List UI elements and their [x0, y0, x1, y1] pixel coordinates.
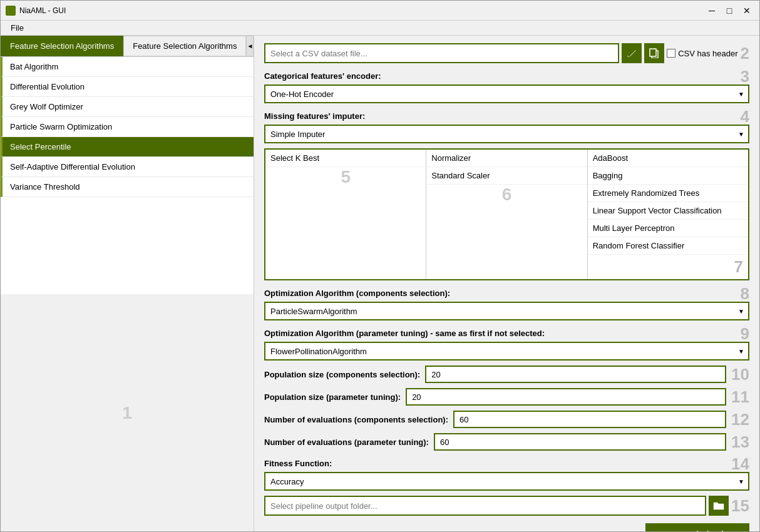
- normalization-listbox[interactable]: Normalizer Standard Scaler 6: [426, 150, 587, 279]
- number-badge-13: 13: [731, 434, 749, 450]
- left-panel-number: 1: [1, 294, 254, 531]
- tab-feature-selection-2[interactable]: Feature Selection Algorithms: [123, 36, 246, 56]
- feature-selection-listbox[interactable]: Select K Best 5: [265, 150, 426, 279]
- start-section: Start optimization: [264, 521, 749, 531]
- listboxes-row: Select K Best 5 Normalizer Standard Scal…: [264, 148, 749, 280]
- minimize-button[interactable]: ─: [704, 3, 719, 18]
- csv-header-checkbox[interactable]: [667, 49, 675, 58]
- tab-bar: Feature Selection Algorithms Feature Sel…: [1, 36, 254, 57]
- list-item-linear-svc[interactable]: Linear Support Vector Classification: [588, 202, 748, 220]
- opt-tuning-section: Optimization Algorithm (parameter tuning…: [264, 325, 749, 361]
- classifier-listbox[interactable]: AdaBoost Bagging Extremely Randomized Tr…: [588, 150, 748, 279]
- categorical-encoder-dropdown[interactable]: One-Hot Encoder: [264, 84, 749, 103]
- title-bar: NiaAML - GUI ─ □ ✕: [1, 1, 759, 21]
- copy-icon: [649, 48, 659, 58]
- svg-rect-1: [650, 49, 656, 56]
- eval-tuning-input[interactable]: [434, 433, 726, 451]
- app-icon: [6, 6, 16, 16]
- pipeline-folder-input[interactable]: [264, 496, 706, 516]
- number-badge-12: 12: [731, 411, 749, 427]
- fitness-dropdown-container: Accuracy ▼: [264, 472, 749, 491]
- algo-differential-evolution[interactable]: Differential Evolution: [1, 77, 254, 97]
- number-badge-14: 14: [731, 456, 749, 472]
- pop-components-input[interactable]: [425, 366, 726, 383]
- missing-imputer-dropdown[interactable]: Simple Imputer: [264, 125, 749, 143]
- edit-icon: [627, 48, 637, 58]
- main-window: NiaAML - GUI ─ □ ✕ File Feature Selectio…: [0, 0, 760, 532]
- pop-components-label: Population size (components selection):: [264, 370, 420, 379]
- categorical-label: Categorical features' encoder:: [264, 71, 381, 81]
- number-badge-9: 9: [741, 325, 749, 342]
- close-button[interactable]: ✕: [739, 3, 754, 18]
- eval-components-input[interactable]: [453, 411, 726, 428]
- opt-components-label: Optimization Algorithm (components selec…: [264, 289, 450, 298]
- csv-row: CSV has header 2: [264, 43, 749, 63]
- tab-scroll-button[interactable]: ◄: [246, 36, 254, 56]
- window-controls: ─ □ ✕: [704, 3, 754, 18]
- pipeline-folder-button[interactable]: [709, 496, 729, 516]
- pop-tuning-input[interactable]: [406, 388, 726, 406]
- opt-components-dropdown[interactable]: ParticleSwarmAlgorithm: [264, 302, 749, 320]
- pipeline-section: 15: [264, 496, 749, 516]
- list-item-standard-scaler[interactable]: Standard Scaler: [426, 167, 587, 185]
- listboxes-section: Select K Best 5 Normalizer Standard Scal…: [264, 148, 749, 280]
- opt-components-section: Optimization Algorithm (components selec…: [264, 285, 749, 320]
- maximize-button[interactable]: □: [722, 3, 737, 18]
- list-item-normalizer[interactable]: Normalizer: [426, 150, 587, 167]
- pop-tuning-label: Population size (parameter tuning):: [264, 392, 401, 402]
- number-badge-10: 10: [731, 366, 749, 382]
- number-badge-7: 7: [588, 255, 748, 279]
- algo-grey-wolf-optimizer[interactable]: Grey Wolf Optimizer: [1, 97, 254, 117]
- csv-copy-button[interactable]: [644, 43, 664, 63]
- fitness-dropdown[interactable]: Accuracy: [264, 472, 749, 491]
- pop-components-row: Population size (components selection): …: [264, 366, 749, 383]
- missing-label: Missing features' imputer:: [264, 111, 365, 121]
- number-badge-5: 5: [265, 167, 426, 187]
- csv-header-label: CSV has header: [678, 49, 737, 58]
- missing-dropdown-container: Simple Imputer ▼: [264, 125, 749, 143]
- csv-section: CSV has header 2: [264, 43, 749, 63]
- list-item-bagging[interactable]: Bagging: [588, 167, 748, 185]
- file-menu[interactable]: File: [6, 22, 29, 34]
- number-badge-4: 4: [741, 108, 749, 125]
- missing-section: Missing features' imputer: 4 Simple Impu…: [264, 108, 749, 143]
- list-item-adaboost[interactable]: AdaBoost: [588, 150, 748, 167]
- number-badge-8: 8: [741, 285, 749, 302]
- right-panel: CSV has header 2 Categorical features' e…: [254, 36, 759, 531]
- csv-header-section: CSV has header: [667, 49, 737, 58]
- list-item-extremely-randomized[interactable]: Extremely Randomized Trees: [588, 185, 748, 202]
- number-badge-2: 2: [741, 45, 749, 61]
- opt-components-dropdown-container: ParticleSwarmAlgorithm ▼: [264, 302, 749, 320]
- number-badge-6: 6: [426, 185, 587, 205]
- tab-feature-selection-1[interactable]: Feature Selection Algorithms: [1, 36, 123, 56]
- opt-tuning-dropdown[interactable]: FlowerPollinationAlgorithm: [264, 342, 749, 361]
- pop-tuning-row: Population size (parameter tuning): 11: [264, 388, 749, 406]
- list-item-select-k-best[interactable]: Select K Best: [265, 150, 426, 167]
- list-item-random-forest[interactable]: Random Forest Classifier: [588, 237, 748, 255]
- csv-edit-button[interactable]: [622, 43, 642, 63]
- opt-tuning-dropdown-container: FlowerPollinationAlgorithm ▼: [264, 342, 749, 361]
- list-item-mlp[interactable]: Multi Layer Perceptron: [588, 220, 748, 237]
- fitness-section: Fitness Function: 14 Accuracy ▼: [264, 456, 749, 491]
- folder-icon: [713, 501, 724, 510]
- eval-tuning-label: Number of evaluations (parameter tuning)…: [264, 437, 429, 447]
- algo-select-percentile[interactable]: Select Percentile: [1, 137, 254, 157]
- algo-particle-swarm[interactable]: Particle Swarm Optimization: [1, 117, 254, 137]
- algo-self-adaptive[interactable]: Self-Adaptive Differential Evolution: [1, 157, 254, 177]
- categorical-section: Categorical features' encoder: 3 One-Hot…: [264, 68, 749, 103]
- eval-components-label: Number of evaluations (components select…: [264, 415, 448, 424]
- algo-variance-threshold[interactable]: Variance Threshold: [1, 177, 254, 197]
- main-content: Feature Selection Algorithms Feature Sel…: [1, 36, 759, 531]
- menu-bar: File: [1, 21, 759, 36]
- number-badge-15: 15: [731, 498, 749, 514]
- opt-tuning-label: Optimization Algorithm (parameter tuning…: [264, 329, 545, 338]
- categorical-dropdown-container: One-Hot Encoder ▼: [264, 84, 749, 103]
- start-optimization-button[interactable]: Start optimization: [645, 523, 749, 531]
- eval-components-row: Number of evaluations (components select…: [264, 411, 749, 428]
- number-badge-3: 3: [741, 68, 749, 84]
- fitness-label: Fitness Function:: [264, 459, 332, 468]
- eval-tuning-row: Number of evaluations (parameter tuning)…: [264, 433, 749, 451]
- algorithm-list: Bat Algorithm Differential Evolution Gre…: [1, 57, 254, 294]
- csv-file-input[interactable]: [264, 43, 619, 63]
- algo-bat-algorithm[interactable]: Bat Algorithm: [1, 57, 254, 77]
